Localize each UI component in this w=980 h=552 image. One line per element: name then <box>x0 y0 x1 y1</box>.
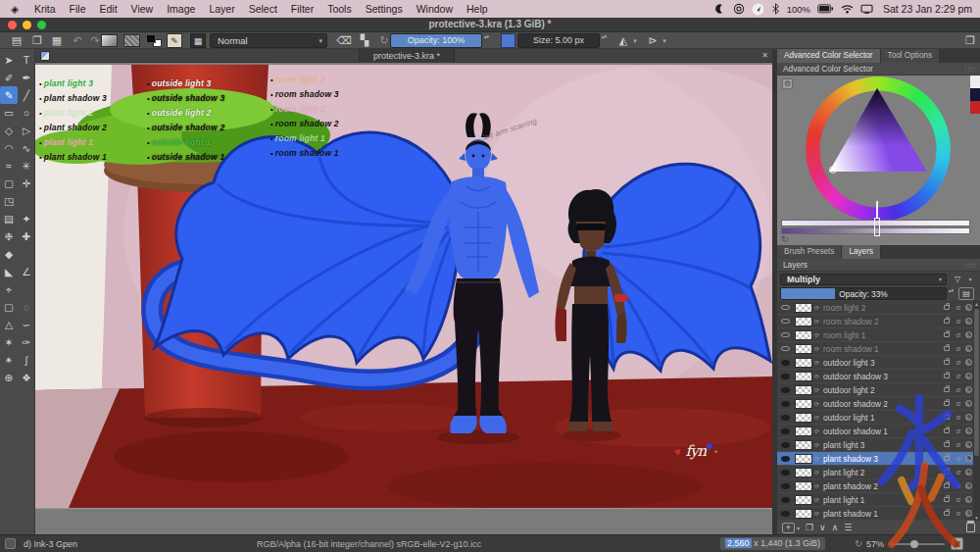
layer-thumbnail[interactable] <box>795 454 812 464</box>
zoom-level-label[interactable]: 57% <box>866 535 884 552</box>
tool-select-elliptical[interactable]: ◌ <box>18 298 35 316</box>
tool-text[interactable]: T <box>18 51 35 69</box>
tool-select-polygonal[interactable]: △ <box>0 316 18 333</box>
zoom-slider-thumb[interactable] <box>910 540 918 548</box>
document-tab[interactable]: protective-3.kra * <box>359 49 455 63</box>
menu-item[interactable]: Image <box>160 3 202 15</box>
workspace-chooser-icon[interactable]: ❐ <box>962 32 978 49</box>
layer-row[interactable]: ⟳ room shadow 2 α <box>777 315 980 328</box>
apple-menu-icon[interactable]: ◈ <box>8 3 22 15</box>
tool-gradient[interactable]: ▤ <box>0 210 18 227</box>
lock-icon[interactable] <box>944 387 950 392</box>
color-cursor[interactable] <box>829 166 837 174</box>
visibility-eye-icon[interactable] <box>781 511 790 517</box>
inherit-alpha-icon[interactable] <box>965 496 972 503</box>
alpha-lock-icon[interactable]: α <box>954 481 963 490</box>
inherit-alpha-icon[interactable] <box>965 441 972 448</box>
opacity-spinner[interactable]: ▴▾ <box>483 33 490 48</box>
menu-item[interactable]: Settings <box>359 3 410 15</box>
brush-editor-button[interactable]: ▦ <box>190 33 206 48</box>
tool-transform[interactable]: ▢ <box>0 175 18 192</box>
chevron-down-icon[interactable]: ▾ <box>661 32 668 49</box>
visibility-eye-icon[interactable] <box>781 497 790 503</box>
layer-thumbnail[interactable] <box>795 330 812 340</box>
visibility-eye-icon[interactable] <box>781 319 790 324</box>
tool-smart-patch[interactable]: ✚ <box>18 227 35 245</box>
fg-bg-color-widget[interactable] <box>146 34 162 47</box>
lock-icon[interactable] <box>944 415 950 420</box>
docker-tab[interactable]: Brush Presets <box>777 245 842 259</box>
layer-row[interactable]: ⟳ outdoor light 1 α <box>777 411 980 425</box>
layer-view-mode-button[interactable]: ▤ <box>958 287 974 300</box>
tool-pan[interactable]: ❖ <box>18 369 35 386</box>
alpha-lock-icon[interactable]: α <box>954 385 963 394</box>
color-docker-header[interactable]: Advanced Color Selector ∷∷ <box>777 63 980 75</box>
tool-colorize-mask[interactable]: ❉ <box>0 227 18 245</box>
alpha-lock-icon[interactable]: α <box>954 509 963 518</box>
layer-row[interactable]: ⟳ plant shadow 2 α <box>777 479 980 493</box>
layer-thumbnail[interactable] <box>795 385 812 395</box>
chevron-down-icon[interactable]: ▾ <box>631 32 639 49</box>
visibility-eye-icon[interactable] <box>781 332 790 337</box>
tool-select-path[interactable]: ✑ <box>18 333 35 351</box>
visibility-eye-icon[interactable] <box>781 360 790 366</box>
lock-icon[interactable] <box>944 497 950 502</box>
lock-icon[interactable] <box>944 374 950 378</box>
reset-icon[interactable]: ↻ <box>781 234 789 244</box>
layer-row[interactable]: ⟳ plant shadow 1 α <box>777 507 980 521</box>
tool-select-contiguous[interactable]: ✴ <box>0 351 18 369</box>
current-color-swatch[interactable] <box>501 33 515 48</box>
tool-measure[interactable]: ∠ <box>18 263 35 280</box>
alpha-lock-icon[interactable]: α <box>954 468 963 477</box>
inherit-alpha-icon[interactable] <box>965 331 972 338</box>
visibility-eye-icon[interactable] <box>781 483 790 489</box>
visibility-eye-icon[interactable] <box>781 442 790 448</box>
menubar-clock[interactable]: Sat 23 Jan 2:29 pm <box>883 3 972 15</box>
layer-thumbnail[interactable] <box>795 427 812 436</box>
menu-item[interactable]: Help <box>460 3 495 15</box>
layer-thumbnail[interactable] <box>795 509 812 519</box>
visibility-eye-icon[interactable] <box>781 456 790 462</box>
visibility-eye-icon[interactable] <box>781 305 790 310</box>
inherit-alpha-icon[interactable] <box>965 427 972 434</box>
tool-color-sampler[interactable]: ✦ <box>18 210 35 227</box>
move-layer-up-button[interactable]: ∧ <box>832 522 839 533</box>
mirror-horizontal-icon[interactable]: ◭ <box>615 32 631 49</box>
alpha-lock-icon[interactable]: α <box>954 303 963 312</box>
scroll-up-icon[interactable]: ▲ <box>973 301 980 307</box>
tool-zoom[interactable]: ⊕ <box>0 369 18 386</box>
alpha-lock-icon[interactable]: α <box>954 317 963 326</box>
layer-thumbnail[interactable] <box>795 372 812 381</box>
alpha-lock-icon[interactable]: α <box>954 344 963 353</box>
alpha-lock-icon[interactable]: α <box>954 372 963 380</box>
layer-thumbnail[interactable] <box>795 468 812 477</box>
menu-item[interactable]: Filter <box>284 3 320 15</box>
window-title-bar[interactable]: protective-3.kra (1.3 GiB) * <box>0 18 980 32</box>
inherit-alpha-icon[interactable] <box>965 373 972 379</box>
lock-icon[interactable] <box>944 319 950 324</box>
menu-item[interactable]: Window <box>410 3 460 15</box>
wifi-icon[interactable] <box>841 4 854 14</box>
inherit-alpha-icon[interactable] <box>965 469 972 476</box>
brush-size-slider[interactable]: Size: 5.00 px <box>517 33 600 48</box>
open-image-icon[interactable]: ❐ <box>28 32 46 49</box>
layer-blend-mode-dropdown[interactable]: Multiply▾ <box>780 274 947 285</box>
lock-icon[interactable] <box>944 332 950 337</box>
menu-item[interactable]: View <box>124 3 161 15</box>
gradient-chooser-swatch[interactable] <box>101 34 118 47</box>
alpha-lock-icon[interactable]: α <box>954 440 963 449</box>
layer-row[interactable]: ⟳ plant light 1 α <box>777 493 980 507</box>
duplicate-layer-button[interactable]: ❐ <box>806 522 813 533</box>
bluetooth-icon[interactable] <box>771 3 780 15</box>
inherit-alpha-icon[interactable] <box>965 400 972 407</box>
lock-icon[interactable] <box>944 456 950 461</box>
visibility-eye-icon[interactable] <box>781 470 790 476</box>
layer-row[interactable]: ⟳ outdoor shadow 1 α <box>777 425 980 438</box>
visibility-eye-icon[interactable] <box>781 387 790 393</box>
visibility-eye-icon[interactable] <box>781 415 790 421</box>
layer-thumbnail[interactable] <box>795 413 812 423</box>
color-history-swatch[interactable] <box>970 75 980 88</box>
size-spinner[interactable]: ▴▾ <box>601 33 608 48</box>
layer-row[interactable]: ⟳ plant light 2 α <box>777 466 980 479</box>
lock-icon[interactable] <box>944 346 950 351</box>
